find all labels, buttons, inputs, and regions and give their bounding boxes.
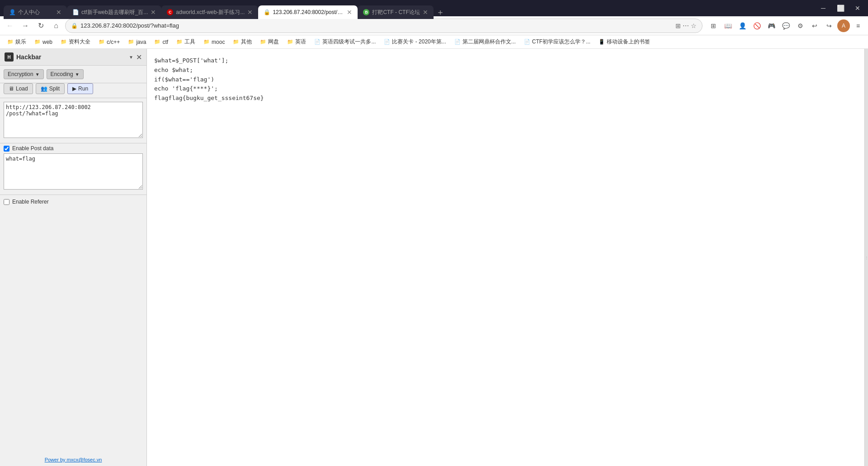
tab-ctf[interactable]: 📄 ctf新手web题去哪刷呀_百... ✕ (67, 5, 161, 19)
minimize-button[interactable]: ─ (816, 3, 830, 14)
content-area: $what=$_POST['what']; echo $what; if($wh… (147, 49, 864, 466)
bookmark-cpp[interactable]: 📁 c/c++ (95, 38, 123, 46)
hackbar-sidebar: H Hackbar ▼ ✕ Encryption ▼ Encoding ▼ (0, 49, 147, 466)
action-buttons: 🖥 Load 👥 Split ▶ Run (0, 83, 146, 98)
refresh-button[interactable]: ↻ (34, 19, 47, 32)
tab-favicon-打靶: B (363, 9, 369, 15)
bookmark-folder-icon: 📁 (34, 39, 41, 45)
bookmark-folder-icon: 📁 (260, 39, 266, 45)
bookmark-英语四级[interactable]: 📄 英语四级考试一共多... (311, 37, 379, 47)
security-lock-icon: 🔒 (71, 23, 78, 29)
bookmark-label: ctf (162, 39, 168, 45)
settings-icon[interactable]: ⚙ (794, 19, 807, 32)
bookmark-folder-icon: 📁 (154, 39, 160, 45)
bookmark-mobile-icon: 📱 (599, 39, 605, 45)
title-bar: 👤 个人中心 ✕ 📄 ctf新手web题去哪刷呀_百... ✕ C adworl… (0, 0, 868, 16)
star-icon[interactable]: ☆ (691, 22, 697, 29)
bookmark-java[interactable]: 📁 java (124, 38, 150, 46)
bookmark-web[interactable]: 📁 web (31, 38, 56, 46)
back2-icon[interactable]: ↩ (808, 19, 821, 32)
adblock-icon[interactable]: 🚫 (750, 19, 763, 32)
forward2-icon[interactable]: ↪ (823, 19, 835, 32)
tab-active[interactable]: 🔒 123.206.87.240:8002/post/?wha... ✕ (258, 5, 358, 19)
tab-adworld[interactable]: C adworld.xctf-web-新手练习... ✕ (161, 5, 258, 19)
bookmark-label: 第二届网鼎杯合作文... (462, 38, 516, 46)
run-button[interactable]: ▶ Run (67, 83, 93, 94)
url-textarea[interactable]: http://123.206.87.240:8002 /post/?what=f… (4, 102, 143, 138)
main-layout: H Hackbar ▼ ✕ Encryption ▼ Encoding ▼ (0, 49, 868, 466)
bookmark-网盘[interactable]: 📁 网盘 (256, 37, 283, 47)
bookmark-folder-icon: 📁 (233, 39, 239, 45)
home-button[interactable]: ⌂ (50, 19, 62, 32)
bookmark-label: java (136, 39, 146, 45)
bookmark-ctf初学[interactable]: 📄 CTF初学应该怎么学？... (520, 37, 594, 47)
encoding-dropdown[interactable]: Encoding ▼ (47, 69, 84, 79)
tab-打靶[interactable]: B 打靶CTF - CTF论坛 ✕ (358, 5, 433, 19)
maximize-button[interactable]: ⬜ (834, 3, 847, 14)
hackbar-title: Hackbar (16, 53, 126, 61)
menu-button[interactable]: ≡ (852, 19, 864, 32)
nav-right-icons: ⊞ 📖 👤 🚫 🎮 💬 ⚙ ↩ ↪ A ≡ (707, 19, 864, 32)
tab-close-打靶[interactable]: ✕ (423, 9, 428, 16)
tab-close-adworld[interactable]: ✕ (247, 9, 253, 16)
forward-button[interactable]: → (19, 19, 32, 32)
sidebar-close-button[interactable]: ✕ (136, 53, 142, 62)
split-button[interactable]: 👥 Split (36, 83, 65, 94)
encoding-chevron-icon: ▼ (75, 72, 80, 77)
code-line-5: flagflag{bugku_get_ssseint67se} (154, 94, 857, 103)
encryption-chevron-icon: ▼ (35, 72, 40, 77)
chat-icon[interactable]: 💬 (779, 19, 792, 32)
load-button[interactable]: 🖥 Load (4, 83, 33, 94)
bookmark-英语[interactable]: 📁 英语 (283, 37, 310, 47)
user-avatar[interactable]: A (837, 19, 850, 32)
encryption-label: Encryption (8, 71, 33, 77)
more-icon[interactable]: ⋯ (683, 22, 689, 29)
qr-icon[interactable]: ⊞ (675, 22, 681, 29)
code-line-3: if($what=='flag') (154, 75, 857, 85)
close-button[interactable]: ✕ (851, 3, 864, 14)
bookmark-其他[interactable]: 📁 其他 (229, 37, 255, 47)
bookmark-娱乐[interactable]: 📁 娱乐 (4, 37, 30, 47)
enable-post-checkbox[interactable] (4, 146, 9, 152)
tab-close-personal[interactable]: ✕ (56, 9, 61, 16)
profile-icon[interactable]: 👤 (736, 19, 749, 32)
tab-close-ctf[interactable]: ✕ (151, 9, 156, 16)
tab-personal[interactable]: 👤 个人中心 ✕ (4, 5, 67, 19)
split-icon: 👥 (41, 86, 47, 92)
enable-referer-label: Enable Referer (12, 199, 49, 205)
encryption-dropdown[interactable]: Encryption ▼ (4, 69, 44, 79)
bookmark-label: 网盘 (268, 38, 279, 46)
bookmark-ctf[interactable]: 📁 ctf (151, 38, 172, 46)
back-button[interactable]: ← (4, 19, 16, 32)
bookmark-mobile[interactable]: 📱 移动设备上的书签 (595, 37, 654, 47)
bookmark-工具[interactable]: 📁 工具 (173, 37, 199, 47)
gamepad-icon[interactable]: 🎮 (765, 19, 778, 32)
nav-bar: ← → ↻ ⌂ 🔒 123.206.87.240:8002/post/?what… (0, 16, 868, 35)
bookmark-page-icon: 📄 (314, 39, 321, 45)
extensions-icon[interactable]: ⊞ (707, 19, 720, 32)
address-bar[interactable]: 🔒 123.206.87.240:8002/post/?what=flag ⊞ … (65, 19, 703, 33)
enable-referer-checkbox[interactable] (4, 199, 9, 205)
run-label: Run (78, 86, 88, 92)
right-scroll-handle[interactable]: ⋮ (864, 49, 868, 466)
bookmark-网鼎杯[interactable]: 📄 第二届网鼎杯合作文... (451, 37, 519, 47)
footer-link[interactable]: Power by mxcx@fosec.vn (45, 457, 102, 462)
bookmark-mooc[interactable]: 📁 mooc (200, 38, 228, 46)
bookmark-label: 移动设备上的书签 (607, 38, 650, 46)
load-icon: 🖥 (9, 86, 14, 92)
tab-label-active: 123.206.87.240:8002/post/?wha... (273, 9, 344, 15)
run-icon: ▶ (72, 86, 76, 92)
bookmark-label: web (42, 39, 52, 45)
post-textarea-wrap: what=flag (0, 153, 146, 195)
new-tab-button[interactable]: ＋ (434, 5, 447, 19)
bookmark-label: 其他 (241, 38, 252, 46)
bookmark-page-icon: 📄 (384, 39, 390, 45)
post-textarea[interactable]: what=flag (4, 153, 143, 190)
tab-label-adworld: adworld.xctf-web-新手练习... (176, 9, 245, 16)
bookmark-资料大全[interactable]: 📁 资料大全 (57, 37, 94, 47)
tab-close-active[interactable]: ✕ (347, 9, 352, 16)
address-text: 123.206.87.240:8002/post/?what=flag (80, 22, 673, 29)
reading-mode-icon[interactable]: 📖 (722, 19, 734, 32)
enable-post-label: Enable Post data (12, 145, 53, 152)
bookmark-比赛关卡[interactable]: 📄 比赛关卡 - 2020年第... (380, 37, 449, 47)
